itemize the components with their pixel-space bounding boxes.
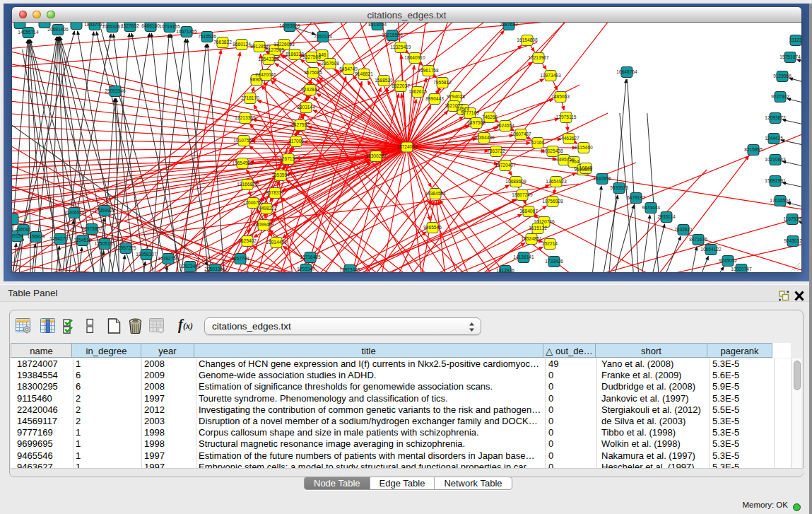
svg-text:6497508: 6497508 (467, 120, 486, 125)
svg-text:14498222: 14498222 (256, 206, 277, 211)
svg-text:10958107: 10958107 (136, 252, 157, 257)
svg-text:1588520: 1588520 (375, 78, 393, 83)
svg-text:5933923: 5933923 (610, 185, 628, 190)
svg-text:12975115: 12975115 (556, 115, 577, 119)
svg-text:9794028: 9794028 (447, 94, 465, 99)
svg-text:12213369: 12213369 (235, 115, 256, 120)
svg-text:1154519: 1154519 (73, 238, 92, 243)
svg-text:22420046: 22420046 (255, 72, 276, 77)
svg-text:15716485: 15716485 (300, 255, 321, 259)
svg-text:7632621: 7632621 (674, 227, 693, 232)
svg-text:10920747: 10920747 (731, 267, 752, 271)
svg-text:20503346: 20503346 (204, 267, 225, 271)
svg-text:20364436: 20364436 (473, 135, 495, 140)
svg-text:16648764: 16648764 (616, 69, 637, 74)
svg-text:252214: 252214 (542, 241, 558, 246)
svg-text:62160: 62160 (531, 140, 545, 145)
svg-text:3675685: 3675685 (304, 70, 322, 75)
svg-text:10653267: 10653267 (102, 24, 123, 29)
svg-text:12093872: 12093872 (765, 115, 786, 120)
svg-text:7515526: 7515526 (198, 34, 216, 39)
svg-text:546: 546 (318, 52, 326, 57)
svg-text:1440956: 1440956 (593, 176, 611, 181)
svg-text:12923448: 12923448 (180, 264, 201, 269)
svg-text:1244415: 1244415 (765, 136, 783, 141)
svg-text:12505115: 12505115 (95, 241, 115, 246)
svg-text:9242843: 9242843 (301, 87, 319, 92)
svg-text:12213967: 12213967 (528, 55, 549, 60)
svg-text:14099489: 14099489 (253, 222, 274, 227)
svg-text:8215955: 8215955 (744, 147, 763, 152)
svg-text:746266: 746266 (482, 115, 498, 119)
svg-text:12942757: 12942757 (49, 236, 71, 241)
svg-text:10654122: 10654122 (700, 247, 722, 252)
svg-text:(x): (x) (183, 321, 193, 331)
svg-text:8322037: 8322037 (392, 83, 410, 88)
svg-text:10756928: 10756928 (542, 199, 563, 204)
svg-text:17046766: 17046766 (242, 200, 264, 205)
svg-text:7863722: 7863722 (487, 148, 505, 153)
svg-text:16671355: 16671355 (176, 29, 197, 34)
svg-text:8427552: 8427552 (291, 122, 310, 127)
svg-text:19218506: 19218506 (382, 33, 403, 37)
svg-text:8578332: 8578332 (266, 190, 284, 195)
svg-text:9457791: 9457791 (231, 256, 249, 261)
svg-text:20206576: 20206576 (64, 210, 85, 215)
svg-text:3684067: 3684067 (519, 209, 538, 214)
svg-text:1615132: 1615132 (529, 226, 547, 230)
svg-text:2718170: 2718170 (241, 95, 259, 100)
svg-text:18640910: 18640910 (404, 55, 425, 60)
svg-text:98901: 98901 (250, 77, 264, 82)
svg-text:9127509: 9127509 (266, 47, 284, 52)
svg-text:3024554: 3024554 (496, 123, 514, 128)
svg-text:15751074: 15751074 (779, 54, 801, 59)
svg-text:8471676: 8471676 (689, 237, 707, 242)
svg-text:16120746: 16120746 (534, 219, 555, 224)
svg-text:11123: 11123 (789, 37, 801, 42)
svg-text:10210643: 10210643 (765, 157, 786, 162)
svg-text:7485063: 7485063 (551, 94, 570, 99)
svg-text:2935114: 2935114 (657, 214, 676, 219)
svg-text:8990443: 8990443 (425, 96, 444, 101)
svg-text:317006: 317006 (288, 139, 304, 144)
svg-text:8454749: 8454749 (339, 66, 358, 71)
svg-text:9146821: 9146821 (355, 71, 373, 76)
svg-text:19384554: 19384554 (425, 191, 446, 196)
svg-text:18724007: 18724007 (396, 144, 418, 149)
svg-text:9245012: 9245012 (784, 238, 801, 243)
svg-text:17957225: 17957225 (115, 245, 136, 250)
svg-text:10107553: 10107553 (233, 138, 254, 143)
svg-text:7625402: 7625402 (238, 238, 257, 243)
svg-text:1353594: 1353594 (271, 173, 290, 177)
svg-text:10849: 10849 (579, 165, 593, 170)
svg-text:2367608: 2367608 (321, 61, 339, 66)
svg-text:9474444: 9474444 (642, 205, 660, 210)
svg-text:10688609: 10688609 (505, 179, 526, 184)
svg-text:1812936: 1812936 (496, 268, 514, 272)
svg-text:18300295: 18300295 (365, 153, 387, 158)
svg-text:6479197: 6479197 (627, 195, 645, 200)
svg-text:19166825: 19166825 (237, 182, 258, 187)
svg-text:18807249: 18807249 (512, 192, 533, 197)
svg-text:14463627: 14463627 (558, 136, 579, 141)
svg-text:11325419: 11325419 (391, 45, 411, 49)
svg-text:14136141: 14136141 (513, 255, 534, 259)
svg-text:15720407: 15720407 (495, 163, 516, 168)
svg-text:2803144: 2803144 (297, 105, 315, 110)
svg-text:9129966: 9129966 (773, 74, 792, 78)
svg-text:13226053: 13226053 (273, 42, 295, 47)
svg-text:10973493: 10973493 (540, 73, 561, 78)
svg-text:435061: 435061 (16, 227, 31, 232)
svg-text:6466160: 6466160 (141, 23, 160, 28)
svg-text:7964: 7964 (569, 159, 579, 164)
svg-text:10719155: 10719155 (159, 24, 180, 29)
svg-text:7357234: 7357234 (314, 34, 332, 39)
svg-text:17016504: 17016504 (770, 198, 791, 203)
svg-text:1527602: 1527602 (121, 23, 139, 28)
svg-text:16053809: 16053809 (279, 23, 300, 28)
svg-text:13524851: 13524851 (521, 236, 542, 241)
svg-text:9465546: 9465546 (423, 225, 442, 230)
svg-text:16914479: 16914479 (266, 240, 287, 245)
svg-text:3267130: 3267130 (279, 156, 298, 161)
svg-text:90975867: 90975867 (81, 226, 102, 231)
